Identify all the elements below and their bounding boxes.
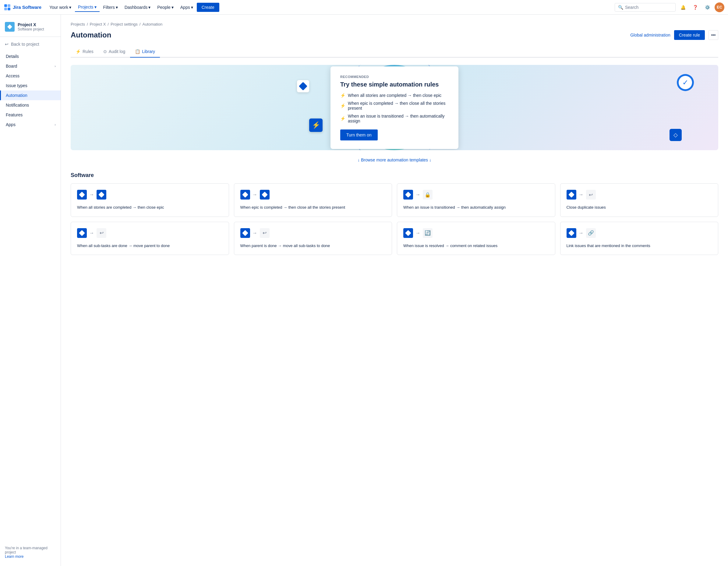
- card-6[interactable]: → ↩ When parent is done → move all sub-t…: [234, 222, 392, 255]
- audit-icon: ⊙: [103, 49, 107, 54]
- sidebar-item-notifications[interactable]: Notifications: [0, 100, 61, 110]
- svg-rect-0: [4, 4, 7, 7]
- hero-deco-checkmark: ✓: [677, 74, 694, 91]
- sidebar-item-board[interactable]: Board ›: [0, 61, 61, 71]
- hero-rules: ⚡ When all stories are completed → then …: [340, 93, 449, 123]
- lightning-icon: ⚡: [76, 49, 81, 54]
- arrow-icon: →: [89, 192, 94, 197]
- svg-rect-2: [4, 8, 7, 10]
- svg-rect-1: [8, 4, 10, 7]
- sidebar-footer: You're in a team-managed project Learn m…: [0, 543, 61, 561]
- arrow-icon-6: →: [253, 230, 257, 236]
- breadcrumb-project-settings[interactable]: Project settings: [111, 22, 138, 27]
- sidebar-item-automation[interactable]: Automation: [0, 90, 61, 100]
- nav-projects[interactable]: Projects ▾: [75, 3, 100, 12]
- tab-audit-log[interactable]: ⊙ Audit log: [98, 46, 130, 58]
- settings-icon[interactable]: ⚙️: [702, 2, 712, 12]
- nav-filters[interactable]: Filters ▾: [100, 3, 121, 12]
- card-3-text: When an issue is transitioned → then aut…: [403, 204, 549, 210]
- nav-your-work[interactable]: Your work ▾: [46, 3, 74, 12]
- breadcrumb-automation: Automation: [142, 22, 162, 27]
- back-icon: ↩: [5, 42, 9, 47]
- chevron-right-icon: ›: [55, 64, 56, 68]
- topnav-items: Your work ▾ Projects ▾ Filters ▾ Dashboa…: [46, 3, 612, 12]
- card-1-left-icon: [77, 190, 87, 200]
- hero-rule-1: ⚡ When all stories are completed → then …: [340, 93, 449, 98]
- card-4-text: Close duplicate issues: [567, 204, 712, 210]
- svg-rect-3: [8, 8, 10, 10]
- breadcrumb-projects[interactable]: Projects: [71, 22, 85, 27]
- card-7[interactable]: → 🔄 When issue is resolved → comment on …: [397, 222, 555, 255]
- sidebar-item-features[interactable]: Features: [0, 110, 61, 120]
- card-7-right-icon: 🔄: [423, 228, 433, 238]
- help-icon[interactable]: ❓: [690, 2, 700, 12]
- page-header: Automation Global administration Create …: [71, 30, 718, 40]
- logo[interactable]: Jira Software: [4, 4, 41, 11]
- back-to-project[interactable]: ↩ Back to project: [0, 39, 61, 49]
- card-5[interactable]: → ↩ When all sub-tasks are done → move p…: [71, 222, 229, 255]
- arrow-icon-3: →: [415, 192, 420, 197]
- page-header-actions: Global administration Create rule •••: [630, 30, 718, 40]
- tabs: ⚡ Rules ⊙ Audit log 📋 Library: [71, 46, 718, 58]
- sidebar-item-details[interactable]: Details: [0, 51, 61, 61]
- more-icon: •••: [711, 33, 716, 37]
- nav-people[interactable]: People ▾: [154, 3, 177, 12]
- lightning-icon-2: ⚡: [340, 103, 345, 108]
- card-4[interactable]: → ↩ Close duplicate issues: [560, 183, 719, 217]
- card-2[interactable]: → When epic is completed → then close al…: [234, 183, 392, 217]
- card-5-text: When all sub-tasks are done → move paren…: [77, 243, 223, 249]
- card-3[interactable]: → 🔒 When an issue is transitioned → then…: [397, 183, 555, 217]
- hero-deco-jira-left: [297, 80, 309, 92]
- card-3-right-icon: 🔒: [423, 190, 433, 200]
- hero-deco-lightning: ⚡: [309, 119, 323, 132]
- main-content: Projects / Project X / Project settings …: [61, 15, 728, 566]
- arrow-icon-7: →: [415, 230, 420, 236]
- cards-grid: → When all stories are completed → then …: [71, 183, 718, 255]
- card-6-right-icon: ↩: [260, 228, 270, 238]
- card-3-left-icon: [403, 190, 413, 200]
- breadcrumb: Projects / Project X / Project settings …: [71, 22, 718, 27]
- page-title: Automation: [71, 31, 111, 39]
- hero-rule-2: ⚡ When epic is completed → then close al…: [340, 101, 449, 111]
- recommended-label: RECOMMENDED: [340, 75, 449, 79]
- card-4-right-icon: ↩: [586, 190, 596, 200]
- card-4-left-icon: [567, 190, 576, 200]
- avatar[interactable]: EC: [715, 2, 724, 12]
- create-rule-button[interactable]: Create rule: [674, 30, 705, 40]
- browse-more[interactable]: ↓ Browse more automation templates ↓: [71, 157, 718, 162]
- topnav-actions: 🔍 Search 🔔 ❓ ⚙️ EC: [615, 2, 724, 12]
- global-administration-link[interactable]: Global administration: [630, 33, 670, 37]
- sidebar-item-apps[interactable]: Apps ›: [0, 120, 61, 129]
- search-bar[interactable]: 🔍 Search: [615, 3, 676, 12]
- hero-card: RECOMMENDED Try these simple automation …: [330, 66, 458, 149]
- card-8-text: Link issues that are mentioned in the co…: [567, 243, 712, 249]
- card-1[interactable]: → When all stories are completed → then …: [71, 183, 229, 217]
- sidebar-item-issue-types[interactable]: Issue types: [0, 81, 61, 90]
- turn-on-button[interactable]: Turn them on: [340, 129, 378, 140]
- tab-library[interactable]: 📋 Library: [130, 46, 160, 58]
- nav-apps[interactable]: Apps ▾: [177, 3, 196, 12]
- more-options-button[interactable]: •••: [709, 30, 718, 40]
- learn-more-link[interactable]: Learn more: [5, 554, 23, 559]
- card-2-text: When epic is completed → then close all …: [240, 204, 386, 210]
- card-6-text: When parent is done → move all sub-tasks…: [240, 243, 386, 249]
- arrow-icon-2: →: [253, 192, 257, 197]
- card-8-right-icon: 🔗: [586, 228, 596, 238]
- breadcrumb-project-x[interactable]: Project X: [90, 22, 106, 27]
- tab-rules[interactable]: ⚡ Rules: [71, 46, 98, 58]
- card-6-left-icon: [240, 228, 250, 238]
- software-section-title: Software: [71, 172, 718, 179]
- notifications-icon[interactable]: 🔔: [678, 2, 688, 12]
- card-2-right-icon: [260, 190, 270, 200]
- card-8-left-icon: [567, 228, 576, 238]
- search-icon: 🔍: [618, 5, 623, 10]
- create-button[interactable]: Create: [197, 3, 219, 12]
- layout: Project X Software project ↩ Back to pro…: [0, 15, 728, 566]
- sidebar-item-access[interactable]: Access: [0, 71, 61, 81]
- sidebar-project: Project X Software project: [0, 19, 61, 37]
- arrow-icon-8: →: [579, 230, 584, 236]
- card-5-right-icon: ↩: [97, 228, 106, 238]
- nav-dashboards[interactable]: Dashboards ▾: [122, 3, 154, 12]
- card-7-text: When issue is resolved → comment on rela…: [403, 243, 549, 249]
- card-8[interactable]: → 🔗 Link issues that are mentioned in th…: [560, 222, 719, 255]
